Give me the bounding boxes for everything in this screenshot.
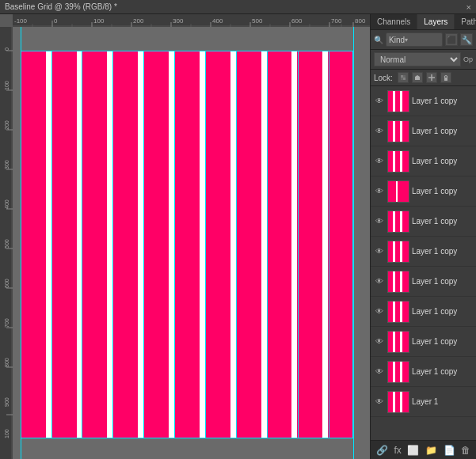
layer-item[interactable]: 👁 Layer 1 copy — [371, 357, 476, 387]
filter-pixel-icon[interactable]: ⬛ — [445, 33, 458, 46]
link-layers-icon[interactable]: 🔗 — [376, 445, 388, 456]
layer-visibility-toggle[interactable]: 👁 — [374, 216, 385, 227]
panels: Channels Layers Paths 🔍 Kind ▾ ⬛ 🔧 Norma… — [370, 14, 476, 459]
layer-item[interactable]: 👁 Layer 1 copy — [371, 297, 476, 327]
close-button[interactable]: × — [466, 2, 471, 12]
layer-item[interactable]: 👁 Layer 1 copy — [371, 207, 476, 237]
svg-text:200: 200 — [133, 17, 144, 25]
layer-visibility-toggle[interactable]: 👁 — [374, 306, 385, 317]
layer-thumbnail — [387, 180, 409, 203]
filter-adjust-icon[interactable]: 🔧 — [460, 33, 473, 46]
lock-all-icon[interactable] — [440, 72, 451, 83]
document-title: Baseline Grid @ 39% (RGB/8) * — [5, 2, 117, 11]
layer-name: Layer 1 copy — [412, 247, 473, 256]
svg-text:400: 400 — [212, 17, 223, 25]
lock-label: Lock: — [374, 74, 393, 82]
panel-tabs: Channels Layers Paths — [371, 14, 476, 30]
svg-text:500: 500 — [252, 17, 263, 25]
layer-item-base[interactable]: 👁 Layer 1 — [371, 387, 476, 417]
layer-thumbnail — [387, 331, 409, 353]
svg-text:700: 700 — [331, 17, 342, 25]
new-layer-icon[interactable]: 📄 — [444, 445, 455, 456]
svg-rect-54 — [403, 75, 406, 78]
kind-filter[interactable]: Kind ▾ — [386, 32, 443, 47]
layer-name: Layer 1 copy — [412, 127, 473, 135]
svg-text:100: 100 — [4, 81, 10, 90]
layer-thumbnail — [387, 271, 409, 293]
layer-thumbnail — [387, 301, 409, 323]
lock-pixels-icon[interactable] — [412, 72, 423, 83]
svg-text:-100: -100 — [14, 17, 28, 25]
svg-text:300: 300 — [4, 160, 10, 169]
layer-item[interactable]: 👁 Layer 1 copy — [371, 146, 476, 176]
svg-text:500: 500 — [4, 239, 10, 248]
svg-text:0: 0 — [4, 47, 10, 51]
layers-filter-row: 🔍 Kind ▾ ⬛ 🔧 — [371, 30, 476, 50]
svg-text:0: 0 — [54, 17, 58, 25]
svg-text:700: 700 — [4, 318, 10, 328]
svg-text:100: 100 — [93, 17, 105, 25]
layer-thumbnail — [387, 211, 409, 233]
add-mask-icon[interactable]: ⬜ — [407, 445, 419, 456]
layer-item[interactable]: 👁 Layer 1 copy — [371, 176, 476, 207]
svg-text:900: 900 — [4, 397, 10, 407]
canvas-area: -100 0 100 200 300 400 500 600 7 — [0, 14, 370, 459]
tab-paths[interactable]: Paths — [455, 14, 476, 29]
layer-visibility-toggle[interactable]: 👁 — [374, 396, 385, 408]
app-body: -100 0 100 200 300 400 500 600 7 — [0, 14, 476, 459]
panel-bottom-toolbar: 🔗 fx ⬜ 📁 📄 🗑 — [371, 440, 476, 459]
title-bar: Baseline Grid @ 39% (RGB/8) * × — [0, 0, 476, 14]
svg-text:300: 300 — [173, 17, 184, 25]
layer-name: Layer 1 copy — [412, 367, 473, 376]
svg-text:800: 800 — [4, 358, 10, 367]
layer-item[interactable]: 👁 Layer 1 copy — [371, 86, 476, 116]
layer-thumbnail — [387, 361, 409, 383]
lock-row: Lock: — [371, 70, 476, 86]
svg-rect-52 — [403, 78, 406, 80]
layer-thumbnail — [387, 241, 409, 263]
layer-visibility-toggle[interactable]: 👁 — [374, 126, 385, 137]
layer-visibility-toggle[interactable]: 👁 — [374, 186, 385, 197]
layer-thumbnail — [387, 90, 409, 112]
lock-position-icon[interactable] — [426, 72, 437, 83]
layer-name: Layer 1 copy — [412, 217, 473, 226]
svg-rect-53 — [401, 78, 403, 80]
layer-visibility-toggle[interactable]: 👁 — [374, 276, 385, 287]
layer-visibility-toggle[interactable]: 👁 — [374, 96, 385, 107]
lock-transparent-icon[interactable] — [398, 72, 409, 83]
layer-name: Layer 1 — [412, 397, 473, 406]
document-canvas — [21, 51, 353, 438]
layer-item[interactable]: 👁 Layer 1 copy — [371, 267, 476, 297]
opacity-label: Op — [463, 55, 473, 63]
layer-name: Layer 1 copy — [412, 337, 473, 346]
svg-text:800: 800 — [355, 17, 366, 25]
delete-layer-icon[interactable]: 🗑 — [461, 445, 470, 456]
layer-thumbnail — [387, 150, 409, 173]
layer-visibility-toggle[interactable]: 👁 — [374, 366, 385, 377]
layer-name: Layer 1 copy — [412, 307, 473, 316]
new-group-icon[interactable]: 📁 — [425, 445, 437, 456]
tab-channels[interactable]: Channels — [371, 14, 417, 29]
layer-name: Layer 1 copy — [412, 277, 473, 286]
layer-name: Layer 1 copy — [412, 187, 473, 195]
layer-name: Layer 1 copy — [412, 157, 473, 165]
layer-visibility-toggle[interactable]: 👁 — [374, 336, 385, 347]
blend-mode-row: Normal Op — [371, 50, 476, 70]
svg-rect-51 — [401, 75, 403, 78]
layer-thumbnail — [387, 120, 409, 142]
svg-text:400: 400 — [4, 199, 10, 209]
blend-mode-select[interactable]: Normal — [374, 52, 461, 66]
ruler-horizontal: -100 0 100 200 300 400 500 600 7 — [13, 14, 370, 27]
layer-item[interactable]: 👁 Layer 1 copy — [371, 327, 476, 357]
layer-name: Layer 1 copy — [412, 97, 473, 105]
layer-item[interactable]: 👁 Layer 1 copy — [371, 237, 476, 267]
layer-list[interactable]: 👁 Layer 1 copy 👁 — [371, 86, 476, 440]
add-effect-icon[interactable]: fx — [394, 445, 401, 456]
layer-item[interactable]: 👁 Layer 1 copy — [371, 116, 476, 146]
svg-text:100: 100 — [4, 429, 10, 438]
kind-dropdown-arrow[interactable]: ▾ — [405, 36, 408, 44]
svg-text:600: 600 — [291, 17, 303, 25]
layer-visibility-toggle[interactable]: 👁 — [374, 156, 385, 167]
tab-layers[interactable]: Layers — [417, 14, 455, 29]
layer-visibility-toggle[interactable]: 👁 — [374, 246, 385, 257]
